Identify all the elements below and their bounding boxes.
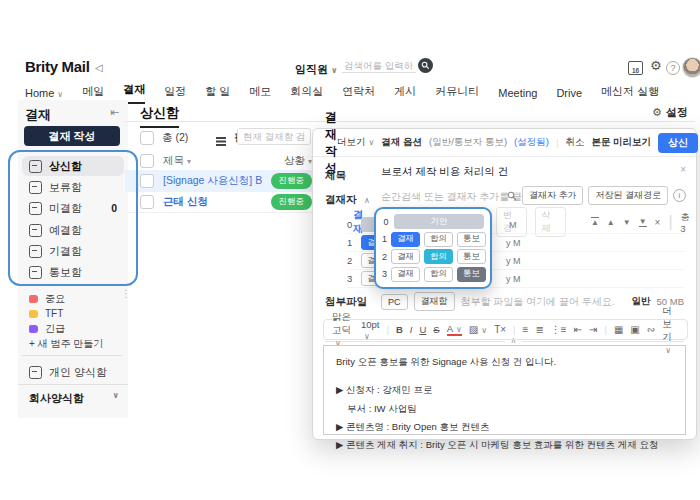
font-size-select[interactable]: 10pt ∨ [361,319,380,341]
approve-pill[interactable]: 결재 [391,232,420,247]
agree-pill[interactable]: 합의 [424,267,453,282]
font-family-select[interactable]: 맑은 고딕 ∨ [332,311,354,348]
company-forms-item[interactable]: 회사양식함 ∨ [29,391,119,406]
approve-pill[interactable]: 결재 [391,249,420,264]
column-status[interactable]: 상황 ▾ [284,154,312,168]
indent-icon[interactable]: ⇥ [589,324,597,335]
new-category-label: + 새 범주 만들기 [29,337,103,351]
select-all-checkbox[interactable] [140,131,154,145]
clear-format-icon[interactable]: T× [494,324,506,335]
bold-icon[interactable]: B [396,324,403,335]
align-icon[interactable]: ≡ [523,324,529,335]
outdent-icon[interactable]: ⇤ [574,324,582,335]
screen: Brity Mail ◁ 임직원∨ 16 ⚙ ? Home∨ 메일 결재 일정 … [0,0,700,500]
new-category-button[interactable]: + 새 범주 만들기 [22,336,124,351]
agree-pill[interactable]: 합의 [424,249,453,264]
list-search-input[interactable] [237,128,311,145]
nav-messenger[interactable]: 메신저 실행 [601,84,659,104]
nav-board[interactable]: 게시 [394,84,416,104]
image-icon[interactable]: ▣ [630,324,639,335]
nav-meeting-room[interactable]: 회의실 [290,84,323,104]
personal-forms-item[interactable]: 개인 양식함 [22,362,124,382]
nav-drive[interactable]: Drive [556,87,582,104]
strikethrough-icon[interactable]: S [433,324,439,335]
occluded-text: y M [506,274,521,284]
list-row-signage[interactable]: [Signage 사용신청] Brity 오픈... 진행중 [125,170,312,192]
settings-gear-icon[interactable]: ⚙ [650,58,662,73]
global-search-button[interactable] [418,58,433,73]
category-tft[interactable]: TFT [22,306,124,321]
attach-from-box-button[interactable]: 결재함 [414,292,455,311]
profile-avatar[interactable] [682,57,700,78]
agree-pill[interactable]: 합의 [424,232,453,247]
attachment-dropzone[interactable]: 첨부할 파일을 여기에 끌어 두세요. [461,295,615,309]
highlight-color-icon[interactable]: ▨∨ [469,324,487,335]
tab-sent-box[interactable]: 상신함 [140,104,179,128]
approval-option-label[interactable]: 결재 옵션 [381,136,422,149]
italic-icon[interactable]: I [410,324,413,335]
section-collapse-divider[interactable]: ∧ [325,341,684,342]
info-icon[interactable]: i [673,189,686,202]
global-search-input[interactable] [342,59,416,73]
body-line: Brity 오픈 홍보를 위한 Signage 사용 신청 건 입니다. [336,355,673,369]
approver-label[interactable]: 결재자 ∧ [325,189,370,207]
underline-icon[interactable]: U [419,324,426,335]
body-line: 부서 : IW 사업팀 [336,402,673,416]
sidebar-item-notified-box[interactable]: 통보함 [22,262,124,282]
approval-option-state[interactable]: (설정됨) [514,136,549,149]
sidebar-divider [22,355,122,356]
search-icon[interactable] [507,191,517,201]
submit-button[interactable]: 상신 [658,133,698,153]
search-scope-selector[interactable]: 임직원∨ [295,62,338,77]
sidebar-item-scheduled-box[interactable]: 예결함 [22,220,124,240]
nav-community[interactable]: 커뮤니티 [435,84,479,104]
nav-meeting[interactable]: Meeting [498,87,537,104]
row-checkbox[interactable] [140,174,154,188]
ordered-list-icon[interactable]: ≣ [535,324,543,335]
approve-pill[interactable]: 결재 [391,267,420,282]
list-row-leave[interactable]: 근태 신청 진행중 [125,191,312,213]
notify-pill[interactable]: 통보 [457,249,486,264]
sidebar-collapse-icon[interactable]: ⇤ [110,106,119,119]
sidebar-item-pending-box[interactable]: 미결함 0 [22,198,124,218]
nav-contacts[interactable]: 연락처 [342,84,375,104]
nav-calendar[interactable]: 일정 [164,84,186,104]
more-button[interactable]: 더보기∨ [337,136,374,149]
sidebar-item-sent-box[interactable]: 상신함 [22,156,124,176]
table-icon[interactable]: ▦ [614,324,623,335]
nav-todo[interactable]: 할 일 [205,84,230,104]
notify-pill[interactable]: 통보 [457,232,486,247]
calendar-icon[interactable]: 16 [628,61,643,75]
total-count: 총 (2) [162,131,188,145]
sidebar-item-hold-box[interactable]: 보류함 [22,177,124,197]
preview-button[interactable]: 본문 미리보기 [591,136,651,149]
draft-pill: 기안 [394,214,484,229]
row-checkbox[interactable] [140,195,154,209]
approval-body-editor[interactable]: Brity 오픈 홍보를 위한 Signage 사용 신청 건 입니다. ▶ 신… [323,345,686,435]
announcement-icon[interactable]: ◁ [95,62,103,73]
attach-from-pc-button[interactable]: PC [381,294,408,310]
clear-subject-icon[interactable]: × [680,164,686,175]
approved-box-icon [29,245,42,258]
body-line: ▶ 신청자 : 강재민 프로 [336,383,673,397]
cancel-button[interactable]: 취소 [565,136,584,149]
unordered-list-icon[interactable]: ⋮≡ [551,324,567,335]
compose-approval-button[interactable]: 결재 작성 [24,126,120,146]
saved-route-button[interactable]: 저장된 결재경로 [588,186,668,205]
gear-icon: ⚙ [652,106,662,119]
sidebar-item-approved-box[interactable]: 기결함 [22,241,124,261]
category-urgent[interactable]: 긴급 [22,321,124,336]
nav-memo[interactable]: 메모 [249,84,271,104]
row-title: 근태 신청 [163,195,262,209]
column-title[interactable]: 제목 ▾ [163,154,191,168]
add-approver-button[interactable]: 결재자 추가 [522,186,584,205]
link-icon[interactable]: ∾ [647,324,655,335]
list-settings-button[interactable]: ⚙ 설정 [652,105,688,120]
notify-pill[interactable]: 통보 [457,267,486,282]
header-checkbox[interactable] [140,154,154,168]
font-color-icon[interactable]: A∨ [447,324,462,336]
popup-row-3: 3 결재 합의 통보 [382,266,484,284]
category-important[interactable]: 중요 [22,291,124,306]
subject-input[interactable]: 브로셔 제작 비용 처리의 건 [381,165,508,179]
help-icon[interactable]: ? [666,61,680,75]
